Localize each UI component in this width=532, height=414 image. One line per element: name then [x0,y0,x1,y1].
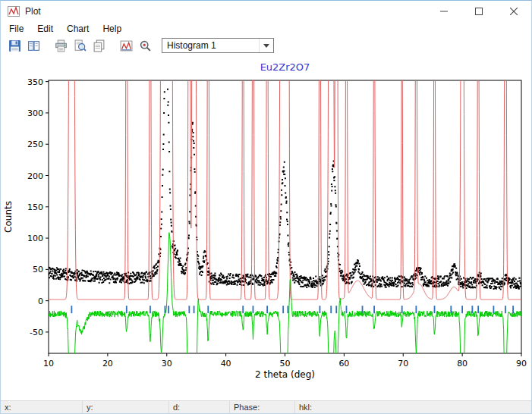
plot-area: Eu2Zr2O7102030405060708090-5005010015020… [1,55,532,387]
close-button[interactable] [496,1,531,22]
x-tick-label: 30 [162,359,172,369]
page-magnifier-icon [74,39,87,52]
floppy-disk-icon [8,39,21,52]
maximize-icon [475,8,483,15]
x-tick-label: 80 [457,359,467,369]
y-tick-label: 150 [27,202,43,212]
export-button[interactable] [24,37,43,55]
close-icon [510,8,518,15]
copy-pages-icon [93,39,105,52]
status-x: x: [1,401,83,413]
save-button[interactable] [5,37,24,55]
y-axis-label: Counts [3,201,14,233]
titlebar[interactable]: Plot [1,1,531,22]
magnifier-icon [139,39,152,52]
x-tick-label: 40 [221,359,231,369]
plot-title: Eu2Zr2O7 [260,61,310,73]
status-hkl: hkl: [295,401,532,413]
menu-chart[interactable]: Chart [60,23,96,35]
y-tick-label: 200 [27,171,43,181]
y-tick-label: 350 [27,77,43,87]
minimize-icon [440,8,448,15]
app-icon [8,5,20,17]
observed-series [48,55,522,290]
status-d: d: [169,401,230,413]
window-title: Plot [25,6,41,17]
x-tick-label: 70 [398,359,408,369]
chevron-down-icon [259,39,273,52]
plot-window: Plot File Edit Chart Hel [0,0,532,414]
toolbar: Histogram 1 [1,36,531,55]
print-button[interactable] [52,37,71,55]
calculated-series [49,55,521,300]
printer-icon [55,39,68,52]
status-y: y: [83,401,169,413]
plot-options-button[interactable] [117,37,136,55]
copy-button[interactable] [90,37,109,55]
menu-edit[interactable]: Edit [30,23,60,35]
print-preview-button[interactable] [71,37,90,55]
status-phase: Phase: [230,401,295,413]
histogram-select[interactable]: Histogram 1 [162,38,274,53]
x-tick-label: 90 [516,359,527,369]
y-tick-label: 300 [27,108,43,118]
chart-icon [120,39,133,52]
y-tick-label: 250 [27,140,43,149]
y-tick-label: 50 [33,265,43,274]
plot-series-group [48,55,522,387]
zoom-button[interactable] [136,37,155,55]
x-tick-label: 60 [338,359,349,369]
x-tick-label: 20 [102,359,113,369]
maximize-button[interactable] [461,1,496,22]
minimize-button[interactable] [427,1,461,22]
plot-canvas[interactable]: Eu2Zr2O7102030405060708090-5005010015020… [1,55,532,387]
x-tick-label: 10 [43,359,54,369]
menu-file[interactable]: File [2,23,30,35]
book-pages-icon [27,39,40,52]
y-tick-label: -50 [30,328,43,337]
y-tick-label: 100 [27,234,43,243]
x-axis-label: 2 theta (deg) [255,369,315,380]
x-tick-label: 50 [280,359,291,369]
histogram-select-value: Histogram 1 [162,40,259,51]
statusbar: x: y: d: Phase: hkl: [1,400,532,413]
menu-help[interactable]: Help [96,23,128,35]
menubar: File Edit Chart Help [1,22,531,36]
y-tick-label: 0 [38,296,43,306]
window-controls [427,1,531,22]
